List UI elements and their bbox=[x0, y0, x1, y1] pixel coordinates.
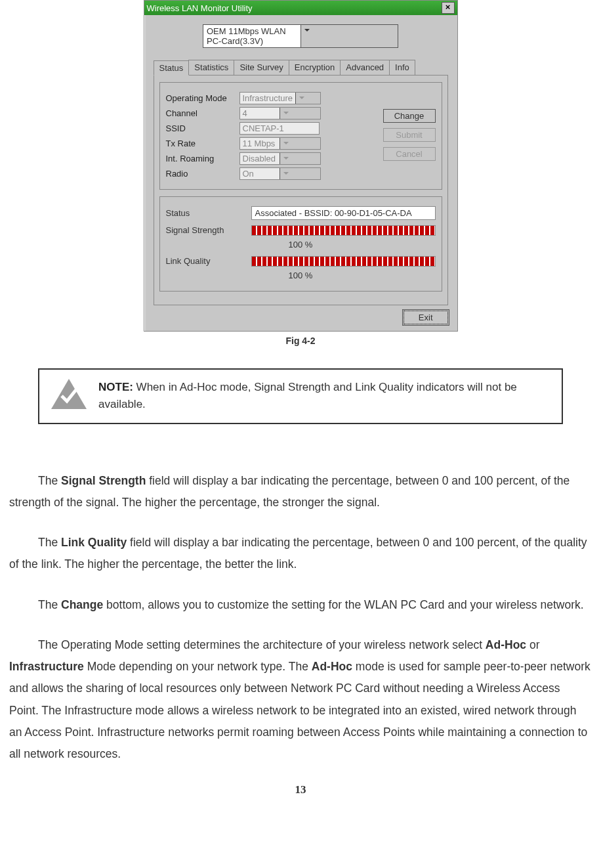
tab-site-survey[interactable]: Site Survey bbox=[234, 60, 289, 75]
tab-info[interactable]: Info bbox=[389, 60, 415, 75]
settings-group: Operating Mode Infrastructure Channel 4 … bbox=[159, 82, 442, 190]
wlan-monitor-dialog: Wireless LAN Monitor Utility × OEM 11Mbp… bbox=[144, 0, 458, 332]
exit-button[interactable]: Exit bbox=[404, 311, 448, 324]
checkmark-triangle-icon bbox=[51, 379, 87, 409]
label-int-roaming: Int. Roaming bbox=[166, 154, 239, 163]
tab-advanced[interactable]: Advanced bbox=[340, 60, 390, 75]
status-value: Associated - BSSID: 00-90-D1-05-CA-DA bbox=[251, 206, 436, 220]
title-bar: Wireless LAN Monitor Utility × bbox=[144, 1, 457, 15]
svg-marker-0 bbox=[51, 379, 87, 409]
signal-strength-bar bbox=[251, 225, 436, 236]
link-quality-bar bbox=[251, 256, 436, 267]
label-channel: Channel bbox=[166, 108, 239, 118]
chevron-down-icon bbox=[280, 138, 320, 149]
chevron-down-icon bbox=[295, 93, 320, 104]
tx-rate-select[interactable]: 11 Mbps bbox=[239, 137, 321, 150]
chevron-down-icon bbox=[280, 168, 320, 179]
label-ssid: SSID bbox=[166, 123, 239, 133]
channel-select[interactable]: 4 bbox=[239, 107, 321, 119]
note-box: NOTE: When in Ad-Hoc mode, Signal Streng… bbox=[38, 368, 563, 424]
label-radio: Radio bbox=[166, 169, 239, 179]
radio-select[interactable]: On bbox=[239, 167, 321, 180]
operating-mode-select[interactable]: Infrastructure bbox=[239, 92, 321, 104]
tab-statistics[interactable]: Statistics bbox=[188, 60, 234, 75]
label-signal-strength: Signal Strength bbox=[166, 225, 251, 235]
link-quality-percent: 100 % bbox=[166, 271, 436, 280]
figure-caption: Fig 4-2 bbox=[7, 336, 594, 346]
tab-encryption[interactable]: Encryption bbox=[289, 60, 341, 75]
close-icon[interactable]: × bbox=[442, 2, 455, 14]
chevron-down-icon bbox=[280, 108, 320, 119]
status-group: Status Associated - BSSID: 00-90-D1-05-C… bbox=[159, 196, 442, 292]
submit-button[interactable]: Submit bbox=[383, 128, 436, 142]
signal-strength-percent: 100 % bbox=[166, 240, 436, 250]
page-number: 13 bbox=[7, 783, 594, 796]
tab-strip: Status Statistics Site Survey Encryption… bbox=[154, 60, 448, 75]
chevron-down-icon[interactable] bbox=[300, 25, 398, 47]
label-tx-rate: Tx Rate bbox=[166, 139, 239, 148]
window-title: Wireless LAN Monitor Utility bbox=[147, 3, 253, 13]
label-operating-mode: Operating Mode bbox=[166, 93, 239, 103]
chevron-down-icon bbox=[280, 153, 320, 164]
note-text: NOTE: When in Ad-Hoc mode, Signal Streng… bbox=[98, 379, 550, 414]
ssid-field[interactable]: CNETAP-1 bbox=[239, 122, 320, 135]
card-selector[interactable]: OEM 11Mbps WLAN PC-Card(3.3V) bbox=[203, 24, 398, 48]
int-roaming-select[interactable]: Disabled bbox=[239, 152, 321, 165]
body-text: The Signal Strength field will display a… bbox=[7, 470, 594, 766]
tab-status[interactable]: Status bbox=[154, 60, 190, 76]
change-button[interactable]: Change bbox=[383, 109, 436, 123]
cancel-button[interactable]: Cancel bbox=[383, 147, 436, 161]
status-panel: Operating Mode Infrastructure Channel 4 … bbox=[154, 75, 448, 305]
card-selector-value: OEM 11Mbps WLAN PC-Card(3.3V) bbox=[203, 25, 300, 47]
note-label: NOTE: bbox=[98, 381, 133, 393]
label-link-quality: Link Quality bbox=[166, 256, 251, 266]
label-status: Status bbox=[166, 208, 251, 218]
